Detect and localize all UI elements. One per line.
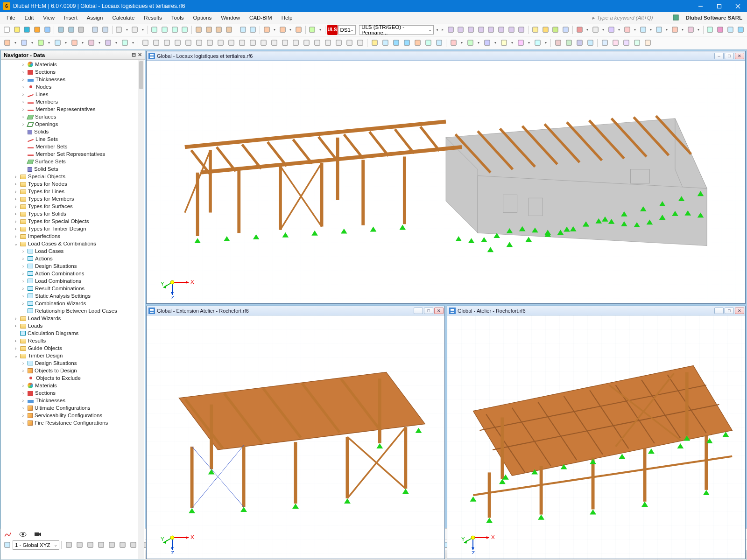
tb2-f-0[interactable] [599,38,610,48]
combo-prev[interactable]: ◂ [434,25,439,35]
tb1-col-0[interactable] [530,25,540,35]
tb2-a-0[interactable] [2,38,12,48]
tree-expander[interactable]: › [21,301,26,306]
tb1-c2[interactable] [248,25,258,35]
tb1-right-0[interactable] [705,25,715,35]
tree-expander[interactable]: › [13,219,18,224]
tb2-d-1-dropdown[interactable]: ▾ [476,38,481,48]
tree-item[interactable]: Surface Sets [2,158,145,165]
tree-expander[interactable]: › [13,338,18,343]
tb2-a-4[interactable] [69,38,79,48]
tb1-ex-6-dropdown[interactable]: ▾ [680,25,685,35]
tb2-b-3[interactable] [172,38,183,48]
view1-close-button[interactable]: ✕ [735,53,744,59]
tb1-file-4[interactable] [42,25,52,35]
tree-expander[interactable]: › [13,196,18,202]
tb2-e-2[interactable] [574,38,585,48]
tb2-e-0[interactable] [553,38,563,48]
view2-maximize-button[interactable]: □ [424,308,433,314]
tb1-res[interactable] [308,25,317,35]
tb1-file-2[interactable] [22,25,32,35]
tree-expander[interactable]: › [21,271,26,276]
tree-item[interactable]: ›Member Representatives [2,105,145,113]
tb1-ex-1-dropdown[interactable]: ▾ [600,25,606,35]
tb2-a-6-dropdown[interactable]: ▾ [113,38,119,48]
tb1-right-2[interactable] [726,25,735,35]
menu-cad-bim[interactable]: CAD-BIM [245,12,277,23]
tb1-grid4[interactable] [180,25,190,35]
view3-canvas[interactable]: X Y Z [447,315,745,558]
tb2-b-1[interactable] [151,38,161,48]
tree-item[interactable]: ›Special Objects [2,173,145,180]
tb2-b-0[interactable] [140,38,150,48]
tb2-d-5-dropdown[interactable]: ▾ [543,38,549,48]
tb1-measure[interactable] [194,25,204,35]
tree-expander[interactable]: › [13,226,18,231]
tb2-f-2[interactable] [621,38,631,48]
tb2-a-6[interactable] [103,38,113,48]
tb1-disp-7[interactable] [516,25,526,35]
tb1-table[interactable] [90,25,100,35]
tb2-c-5[interactable] [423,38,433,48]
tb2-d-4-dropdown[interactable]: ▾ [526,38,532,48]
tree-item[interactable]: ›Fire Resistance Configurations [2,419,145,427]
tb1-ex-1[interactable] [591,25,600,35]
tb1-disp-4[interactable] [486,25,496,35]
tb1-redo[interactable] [130,25,140,35]
tb2-b-18[interactable] [333,38,344,48]
tb1-load3[interactable] [294,25,303,35]
tree-item[interactable]: ›Types for Solids [2,210,145,217]
tb1-disp-3[interactable] [476,25,486,35]
tb2-d-0[interactable] [448,38,458,48]
combo-next[interactable]: ▸ [440,25,445,35]
tb1-ex-5[interactable] [654,25,664,35]
view2-titlebar[interactable]: Global - Extension Atelier - Rochefort.r… [147,306,444,315]
tb1-ex-4[interactable] [638,25,648,35]
tree-item[interactable]: ›Static Analysis Settings [2,292,145,300]
tree-item[interactable]: ›Design Situations [2,262,145,270]
tree-expander[interactable]: › [13,316,18,321]
tb1-print[interactable] [77,25,86,35]
tb2-c-4[interactable] [412,38,423,48]
navigator-close-icon[interactable]: ✕ [138,52,142,58]
tree-expander[interactable]: › [21,249,26,254]
view3-maximize-button[interactable]: □ [725,308,734,314]
tb2-e-3[interactable] [585,38,595,48]
tb2-b-13[interactable] [280,38,290,48]
tree-item[interactable]: ›Types for Special Objects [2,217,145,225]
tree-item[interactable]: Solid Sets [2,165,145,173]
tb1-ex-2[interactable] [606,25,616,35]
tree-expander[interactable]: › [13,211,18,217]
tree-expander[interactable]: › [21,368,26,373]
tree-expander[interactable]: › [21,398,26,403]
tb1-ex-5-dropdown[interactable]: ▾ [664,25,669,35]
tb2-b-10[interactable] [247,38,258,48]
view3-titlebar[interactable]: Global - Atelier - Rochefort.rf6 –□✕ [447,306,745,315]
tb2-c-1[interactable] [380,38,390,48]
tree-item[interactable]: Solids [2,128,145,135]
tb1-undo[interactable] [114,25,124,35]
tree-item[interactable]: Member Sets [2,143,145,150]
tb1-ex-7[interactable] [686,25,696,35]
tb1-calc[interactable] [238,25,248,35]
menu-view[interactable]: View [38,12,59,23]
tb1-load2[interactable] [278,25,288,35]
tree-item[interactable]: ›Materials [2,61,145,68]
tree-item[interactable]: ›Load Cases [2,247,145,255]
tree-item[interactable]: ›Actions [2,255,145,262]
tree-expander[interactable]: › [21,286,26,291]
tb1-grid2[interactable] [160,25,169,35]
menu-assign[interactable]: Assign [82,12,108,23]
tb2-d-1[interactable] [465,38,475,48]
tb1-grid3[interactable] [170,25,180,35]
menu-edit[interactable]: Edit [20,12,39,23]
tb1-right-3[interactable] [736,25,746,35]
tb2-b-11[interactable] [258,38,268,48]
tb1-ex-0-dropdown[interactable]: ▾ [585,25,590,35]
tree-item[interactable]: ›Load Wizards [2,315,145,322]
tree-expander[interactable]: › [21,264,26,269]
tb2-b-8[interactable] [226,38,236,48]
tb1-ex-7-dropdown[interactable]: ▾ [696,25,701,35]
view3-close-button[interactable]: ✕ [735,308,744,314]
tree-item[interactable]: ›Guide Objects [2,344,145,352]
